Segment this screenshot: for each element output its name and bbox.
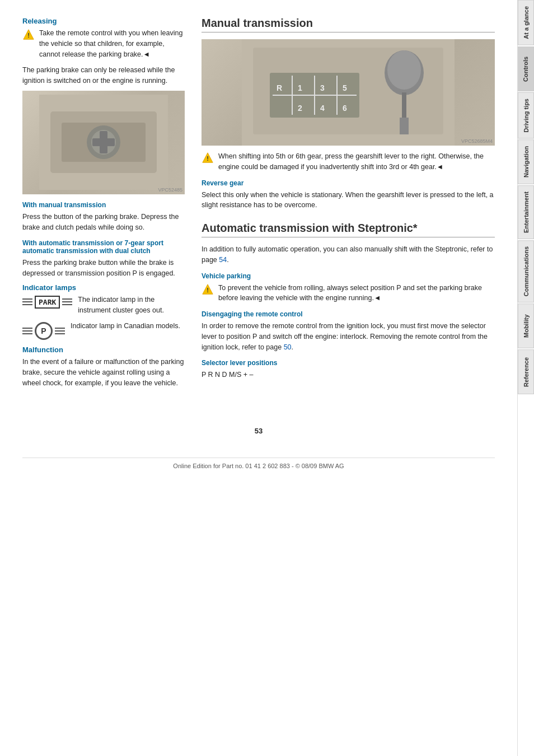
warning-vehicle-parking: ! To prevent the vehicle from rolling, a… (202, 283, 495, 304)
gearshift-image: R 1 3 5 2 4 6 (202, 39, 495, 146)
canadian-indicator-text: Indicator lamp in Canadian models. (71, 321, 180, 332)
svg-text:1: 1 (298, 83, 302, 92)
canadian-p-circle: P (35, 322, 53, 340)
vehicle-parking-warning-text: To prevent the vehicle from rolling, alw… (218, 283, 495, 304)
disengaging-heading: Disengaging the remote control (202, 310, 495, 318)
svg-text:6: 6 (343, 104, 347, 113)
parking-brake-image: VPC52485 (22, 91, 185, 194)
gearshift-svg: R 1 3 5 2 4 6 (202, 39, 495, 146)
manual-transmission-heading: Manual transmission (202, 17, 495, 32)
selector-lever-text: P R N D M/S + – (202, 370, 495, 380)
disengaging-text: In order to remove the remote control fr… (202, 321, 495, 352)
reverse-gear-text: Select this only when the vehicle is sta… (202, 190, 495, 211)
reverse-gear-heading: Reverse gear (202, 179, 495, 187)
page-50-link[interactable]: 50 (284, 343, 292, 351)
selector-lever-heading: Selector lever positions (202, 359, 495, 367)
svg-text:!: ! (27, 32, 30, 39)
footer-text: Online Edition for Part no. 01 41 2 602 … (22, 458, 495, 469)
indicator-lamps-heading: Indicator lamps (22, 283, 185, 292)
page-number: 53 (22, 427, 495, 435)
warning-icon: ! (22, 29, 35, 41)
parking-image-label: VPC52485 (158, 187, 182, 193)
svg-text:4: 4 (320, 104, 325, 113)
sidebar-tabs: At a glance Controls Driving tips Naviga… (517, 0, 534, 756)
sidebar-tab-at-a-glance[interactable]: At a glance (518, 0, 534, 45)
parking-image-svg (39, 95, 168, 190)
sidebar-tab-mobility[interactable]: Mobility (518, 304, 534, 348)
with-manual-heading: With manual transmission (22, 201, 185, 209)
warning-vehicle-parking-icon: ! (202, 283, 214, 296)
with-auto-heading: With automatic transmission or 7-gear sp… (22, 239, 185, 255)
sidebar-tab-driving-tips[interactable]: Driving tips (518, 92, 534, 139)
park-symbol: PARK (22, 295, 72, 309)
park-indicator-row: PARK The indicator lamp in the instrumen… (22, 295, 185, 316)
park-indicator-text: The indicator lamp in the instrument clu… (78, 295, 185, 316)
svg-rect-25 (400, 118, 409, 134)
sidebar-tab-navigation[interactable]: Navigation (518, 139, 534, 184)
sidebar-tab-reference[interactable]: Reference (518, 349, 534, 394)
svg-text:5: 5 (343, 83, 347, 92)
park-box: PARK (35, 296, 60, 309)
sidebar-tab-entertainment[interactable]: Entertainment (518, 185, 534, 239)
warning-releasing-text: Take the remote control with you when le… (39, 28, 185, 59)
with-manual-text: Press the button of the parking brake. D… (22, 212, 185, 233)
malfunction-heading: Malfunction (22, 346, 185, 354)
gearshift-image-label: VPC52685M4 (461, 138, 493, 144)
svg-text:!: ! (207, 155, 209, 162)
warning-gearshift-text: When shifting into 5th or 6th gear, pres… (218, 151, 495, 172)
vehicle-parking-heading: Vehicle parking (202, 272, 495, 280)
canadian-p-symbol: P (22, 321, 65, 340)
with-auto-text: Press the parking brake button while the… (22, 258, 185, 279)
auto-steptronic-text: In addition to fully automatic operation… (202, 244, 495, 265)
releasing-heading: Releasing (22, 17, 185, 25)
parking-brake-released-text: The parking brake can only be released w… (22, 65, 185, 86)
page-54-link[interactable]: 54 (219, 256, 227, 264)
svg-rect-7 (92, 138, 115, 146)
left-column: Releasing ! Take the remote control with… (22, 17, 185, 393)
svg-text:R: R (277, 83, 282, 92)
svg-point-23 (387, 50, 421, 90)
warning-gearshift: ! When shifting into 5th or 6th gear, pr… (202, 151, 495, 172)
sidebar-tab-communications[interactable]: Communications (518, 240, 534, 302)
right-column: Manual transmission R (202, 17, 495, 393)
sidebar-tab-controls[interactable]: Controls (518, 46, 534, 91)
svg-text:3: 3 (320, 83, 325, 92)
warning-releasing: ! Take the remote control with you when … (22, 28, 185, 59)
warning-gearshift-icon: ! (202, 152, 214, 164)
svg-text:!: ! (207, 286, 209, 293)
svg-text:2: 2 (298, 104, 302, 113)
malfunction-text: In the event of a failure or malfunction… (22, 357, 185, 388)
footer-section: 53 Online Edition for Part no. 01 41 2 6… (22, 427, 495, 469)
canadian-indicator-row: P Indicator lamp in Canadian models. (22, 321, 185, 340)
auto-steptronic-heading: Automatic transmission with Steptronic* (202, 222, 495, 237)
